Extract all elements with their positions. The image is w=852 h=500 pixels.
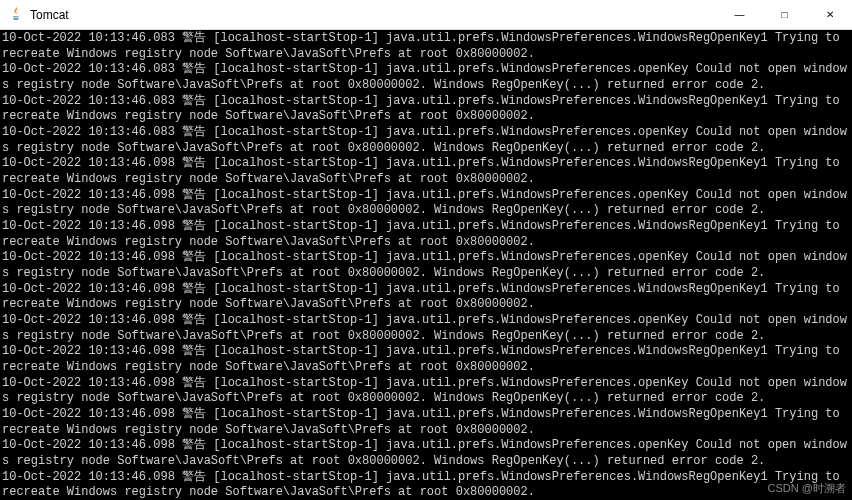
window-controls: — □ ✕ — [717, 0, 852, 29]
window-title: Tomcat — [30, 8, 69, 22]
close-button[interactable]: ✕ — [807, 0, 852, 29]
titlebar-left: Tomcat — [8, 7, 69, 23]
java-icon — [8, 7, 24, 23]
window-titlebar: Tomcat — □ ✕ — [0, 0, 852, 30]
maximize-button[interactable]: □ — [762, 0, 807, 29]
minimize-button[interactable]: — — [717, 0, 762, 29]
console-output[interactable]: 10-Oct-2022 10:13:46.083 警告 [localhost-s… — [0, 30, 852, 500]
